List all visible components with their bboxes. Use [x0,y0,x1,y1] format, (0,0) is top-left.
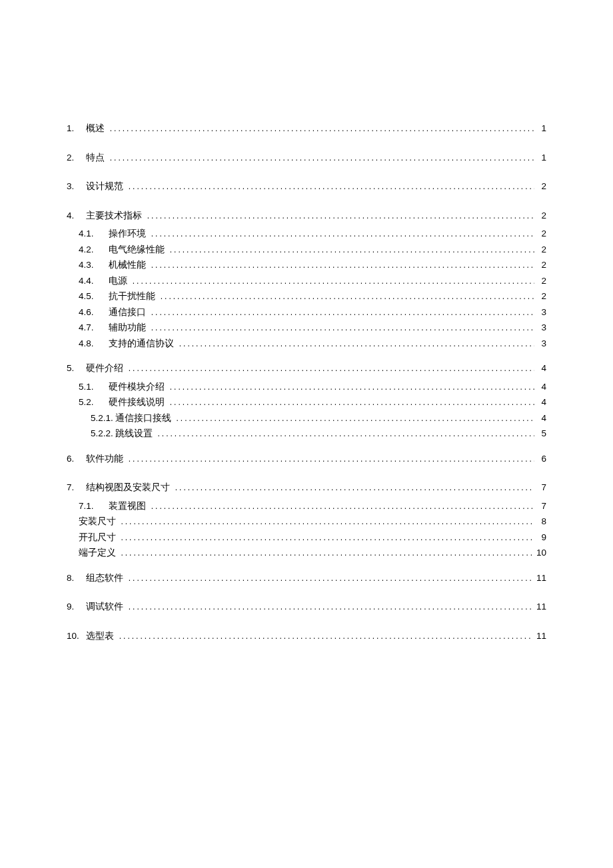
toc-title: 硬件介绍 [86,363,123,373]
toc-entry[interactable]: 4. 主要技术指标 2 [67,211,546,220]
toc-number: 5.2.1. [91,414,113,423]
toc-entry[interactable]: 6. 软件功能 6 [67,454,546,464]
toc-title: 支持的通信协议 [109,338,174,348]
toc-leader-dots [151,502,534,510]
toc-number: 8. [67,574,84,583]
toc-number: 1. [67,124,84,133]
toc-page-number: 7 [534,483,546,492]
toc-entry[interactable]: 4.8. 支持的通信协议 3 [79,339,546,348]
toc-label: 4.7. 辅助功能 [79,323,151,332]
toc-page-number: 6 [534,454,546,464]
toc-leader-dots [179,340,534,348]
toc-label: 4.8. 支持的通信协议 [79,339,179,348]
toc-entry[interactable]: 7.1. 装置视图 7 [79,502,546,511]
toc-page-number: 11 [532,632,546,641]
toc-label: 5.2.2. 跳线设置 [91,429,158,438]
toc-entry[interactable]: 3. 设计规范 2 [67,182,546,191]
toc-leader-dots [110,154,534,162]
toc-entry[interactable]: 5.2. 硬件接线说明 4 [79,398,546,407]
toc-number: 9. [67,602,84,612]
toc-title: 结构视图及安装尺寸 [86,482,170,492]
toc-label: 9. 调试软件 [67,602,129,612]
toc-page-number: 2 [534,182,546,191]
toc-entry[interactable]: 10. 选型表 11 [67,632,546,641]
toc-entry[interactable]: 安装尺寸 8 [79,517,546,526]
toc-entry[interactable]: 5.1. 硬件模块介绍 4 [79,382,546,392]
toc-number: 4.8. [79,339,107,348]
toc-number: 7. [67,483,84,492]
toc-page-number: 2 [534,245,546,254]
toc-leader-dots [129,364,534,372]
toc-page-number: 3 [534,323,546,332]
toc-entry[interactable]: 端子定义 10 [79,548,546,558]
toc-entry[interactable]: 9. 调试软件 11 [67,602,546,612]
toc-entry[interactable]: 开孔尺寸 9 [79,533,546,542]
toc-page-number: 8 [534,517,546,526]
toc-page-number: 3 [534,339,546,348]
toc-leader-dots [121,518,534,526]
toc-title: 机械性能 [109,260,146,270]
toc-number: 5.1. [79,382,107,392]
toc-page-number: 2 [534,229,546,238]
toc-title: 软件功能 [86,454,123,464]
toc-leader-dots [151,230,534,238]
toc-entry[interactable]: 4.6. 通信接口 3 [79,308,546,317]
toc-title: 抗干扰性能 [109,291,155,301]
toc-leader-dots [133,277,534,285]
toc-entry[interactable]: 5.2.2. 跳线设置 5 [91,429,546,438]
toc-entry[interactable]: 4.3. 机械性能 2 [79,260,546,270]
toc-title: 主要技术指标 [86,211,142,220]
toc-title: 硬件模块介绍 [109,382,165,392]
toc-label: 2. 特点 [67,153,110,163]
toc-number: 4.7. [79,323,107,332]
toc-page-number: 2 [534,292,546,301]
toc-page-number: 2 [534,276,546,286]
toc-number: 5. [67,364,84,373]
toc-title: 操作环境 [109,228,146,238]
toc-entry[interactable]: 5. 硬件介绍 4 [67,364,546,373]
toc-leader-dots [121,534,534,542]
toc-page-number: 2 [534,211,546,220]
toc-page-number: 1 [534,124,546,133]
toc-page-number: 4 [534,382,546,392]
toc-entry[interactable]: 4.2. 电气绝缘性能 2 [79,245,546,254]
toc-entry[interactable]: 2. 特点 1 [67,153,546,163]
toc-entry[interactable]: 1. 概述 1 [67,124,546,133]
toc-label: 开孔尺寸 [79,533,121,542]
toc-label: 7. 结构视图及安装尺寸 [67,483,175,492]
toc-title: 安装尺寸 [79,516,116,526]
toc-label: 1. 概述 [67,124,110,133]
toc-entry[interactable]: 4.4. 电源 2 [79,276,546,286]
toc-number: 5.2.2. [91,429,113,438]
toc-leader-dots [110,125,534,133]
toc-leader-dots [170,246,534,254]
toc-title: 通信接口 [109,307,146,317]
toc-title: 跳线设置 [115,428,153,438]
toc-label: 4.2. 电气绝缘性能 [79,245,170,254]
toc-entry[interactable]: 7. 结构视图及安装尺寸 7 [67,483,546,492]
toc-entry[interactable]: 4.7. 辅助功能 3 [79,323,546,332]
toc-leader-dots [161,292,534,300]
toc-entry[interactable]: 8. 组态软件 11 [67,574,546,583]
toc-number: 2. [67,153,84,163]
toc-page-number: 5 [534,429,546,438]
toc-label: 5.1. 硬件模块介绍 [79,382,170,392]
toc-entry[interactable]: 4.1. 操作环境 2 [79,229,546,238]
toc-leader-dots [129,455,534,463]
toc-title: 辅助功能 [109,322,146,332]
toc-label: 3. 设计规范 [67,182,129,191]
toc-label: 端子定义 [79,548,121,558]
toc-label: 5.2. 硬件接线说明 [79,398,170,407]
toc-title: 选型表 [86,631,114,641]
toc-leader-dots [151,308,534,316]
toc-number: 4.6. [79,308,107,317]
toc-entry[interactable]: 5.2.1. 通信接口接线 4 [91,414,546,423]
toc-number: 6. [67,454,84,464]
toc-title: 特点 [86,153,105,163]
toc-number: 7.1. [79,502,107,511]
toc-entry[interactable]: 4.5. 抗干扰性能 2 [79,292,546,301]
toc-leader-dots [151,324,534,332]
toc-label: 4.5. 抗干扰性能 [79,292,161,301]
toc-number: 10. [67,632,84,641]
toc-page-number: 11 [532,602,546,612]
